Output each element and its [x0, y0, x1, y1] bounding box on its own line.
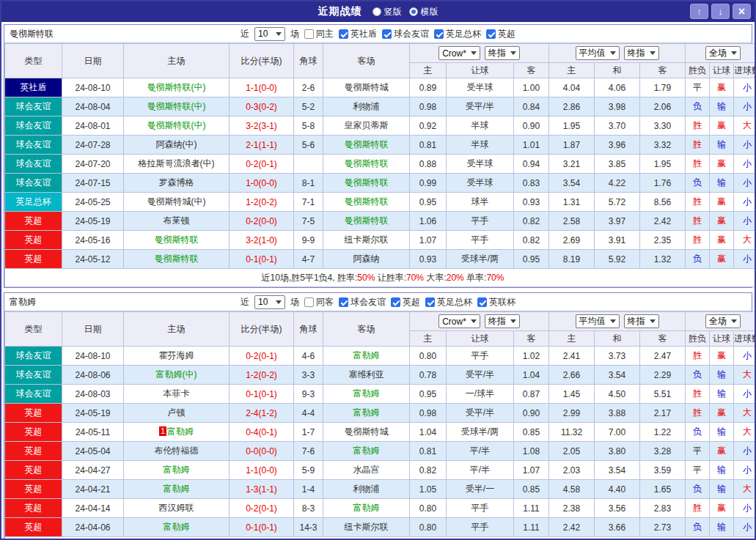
match-row: 英超24-05-16曼彻斯特联3-2(1-0)9-9纽卡斯尔联1.07平手0.8…: [5, 231, 756, 250]
match-count-select[interactable]: 10: [254, 27, 285, 41]
home-team: 霍芬海姆: [159, 350, 194, 360]
result-goals: 大: [734, 480, 756, 499]
corner-score: 14-3: [294, 518, 323, 537]
handicap-home-odds: 0.80: [410, 347, 447, 366]
league-badge: 英超: [25, 215, 43, 226]
result-goals: 小: [734, 136, 756, 155]
col-header-date: 日期: [62, 44, 124, 78]
summary-label: 大率:: [424, 273, 447, 283]
league-filter-checkbox[interactable]: 英足总杯: [425, 296, 472, 308]
final-odds-select[interactable]: 终指: [624, 314, 659, 328]
euro-away-odds: 3.32: [640, 136, 686, 155]
handicap-home-odds: 1.06: [410, 212, 447, 231]
euro-home-odds: 1.87: [549, 136, 595, 155]
average-select[interactable]: 平均值: [576, 314, 620, 328]
sub-header-handicap-away: 客: [514, 63, 549, 78]
result-handicap: 输: [710, 480, 734, 499]
away-team: 富勒姆: [353, 407, 380, 418]
team-block: 富勒姆 近 10 场 同客 球会友谊英超英足总杯英联杯: [4, 292, 752, 540]
result-outcome: 胜: [686, 404, 710, 423]
euro-home-odds: 2.66: [549, 366, 595, 385]
final-odds-select[interactable]: 终指: [485, 46, 520, 60]
move-up-button[interactable]: ↑: [690, 4, 708, 19]
euro-home-odds: 3.21: [549, 155, 595, 174]
fullgame-select[interactable]: 全场: [705, 314, 741, 328]
layout-radio[interactable]: 竖版: [373, 6, 402, 18]
result-handicap: 赢: [710, 155, 734, 174]
league-filter-label: 英足总杯: [437, 296, 472, 308]
corner-score: 4-7: [294, 250, 323, 269]
handicap-away-odds: 1.11: [514, 499, 549, 518]
radio-icon: [373, 7, 381, 16]
result-handicap: 输: [710, 136, 734, 155]
sub-header-handicap: 让球: [447, 331, 514, 347]
final-odds-select[interactable]: 终指: [624, 46, 659, 60]
league-filter-checkbox[interactable]: 英超: [486, 28, 515, 40]
chevron-down-icon: [510, 51, 516, 55]
away-team: 皇家贝蒂斯: [345, 120, 389, 130]
result-goals: 大: [734, 404, 756, 423]
league-filter-checkbox[interactable]: 英社盾: [339, 28, 377, 40]
match-row: 球会友谊24-08-03本菲卡0-1(0-1)9-3富勒姆0.95一/球半0.8…: [5, 385, 756, 404]
handicap-line: 半球: [447, 116, 514, 136]
match-date: 24-07-28: [62, 136, 124, 155]
result-handicap: 输: [710, 366, 734, 385]
result-handicap: 输: [710, 97, 734, 116]
euro-away-odds: 3.30: [640, 116, 686, 136]
col-header-corner: 角球: [294, 44, 323, 78]
euro-home-odds: 1.45: [549, 385, 595, 404]
euro-home-odds: 1.95: [549, 116, 595, 136]
result-outcome: 胜: [686, 212, 710, 231]
fullgame-select[interactable]: 全场: [705, 46, 741, 60]
match-date: 24-04-06: [62, 518, 124, 537]
handicap-away-odds: 1.04: [514, 366, 549, 385]
result-outcome: 负: [686, 366, 710, 385]
corner-score: 5-2: [294, 97, 323, 116]
euro-home-odds: 11.32: [549, 423, 595, 442]
crow-select[interactable]: Crow*: [438, 46, 480, 60]
final-odds-select[interactable]: 终指: [485, 314, 520, 328]
league-filter-checkbox[interactable]: 英足总杯: [434, 28, 481, 40]
result-handicap: 赢: [710, 347, 734, 366]
match-date: 24-05-19: [62, 404, 124, 423]
home-team: 阿森纳(中): [156, 139, 197, 149]
layout-radio[interactable]: 横版: [409, 6, 438, 18]
match-date: 24-04-14: [62, 499, 124, 518]
home-team: 格拉斯哥流浪者(中): [139, 158, 215, 169]
same-venue-checkbox[interactable]: 同客: [304, 296, 334, 308]
euro-away-odds: 2.73: [640, 518, 686, 537]
handicap-line: 受半球: [447, 174, 514, 193]
home-team: 罗森博格: [159, 177, 194, 188]
corner-score: 1-4: [294, 480, 323, 499]
match-row: 英超24-05-111富勒姆0-4(0-1)1-7曼彻斯特城1.04受球半/两0…: [5, 423, 756, 442]
matches-table: 类型 日期 主场 比分(半场) 角球 客场 Crow* 终指: [4, 43, 756, 287]
league-filter-checkbox[interactable]: 英联杯: [477, 296, 515, 308]
move-down-button[interactable]: ↓: [711, 4, 730, 19]
filter-near-label: 近: [241, 28, 249, 40]
league-filter-checkbox[interactable]: 英超: [391, 296, 420, 308]
euro-draw-odds: 4.22: [595, 174, 640, 193]
checkbox-checked-icon: [434, 29, 444, 39]
checkbox-checked-icon: [339, 29, 348, 39]
result-goals: 大: [734, 366, 756, 385]
result-goals: 小: [734, 97, 756, 116]
chevron-down-icon: [650, 51, 656, 55]
euro-home-odds: 2.58: [549, 212, 595, 231]
page-title: 近期战绩: [318, 5, 362, 18]
euro-draw-odds: 3.70: [595, 116, 640, 136]
close-button[interactable]: ×: [733, 4, 751, 19]
match-count-select[interactable]: 10: [254, 295, 285, 309]
crow-select[interactable]: Crow*: [438, 314, 480, 328]
average-select[interactable]: 平均值: [576, 46, 620, 60]
handicap-line: 平/半: [447, 461, 514, 480]
match-date: 24-05-12: [62, 250, 124, 269]
euro-home-odds: 2.42: [549, 518, 595, 537]
league-filter-checkbox[interactable]: 球会友谊: [382, 28, 429, 40]
league-badge: 英超: [25, 522, 43, 532]
league-badge: 球会友谊: [16, 158, 51, 169]
euro-draw-odds: 3.54: [595, 366, 640, 385]
euro-draw-odds: 3.54: [595, 461, 640, 480]
home-team: 曼彻斯特联: [155, 254, 199, 264]
same-venue-checkbox[interactable]: 同主: [304, 28, 334, 40]
league-filter-checkbox[interactable]: 球会友谊: [339, 296, 386, 308]
